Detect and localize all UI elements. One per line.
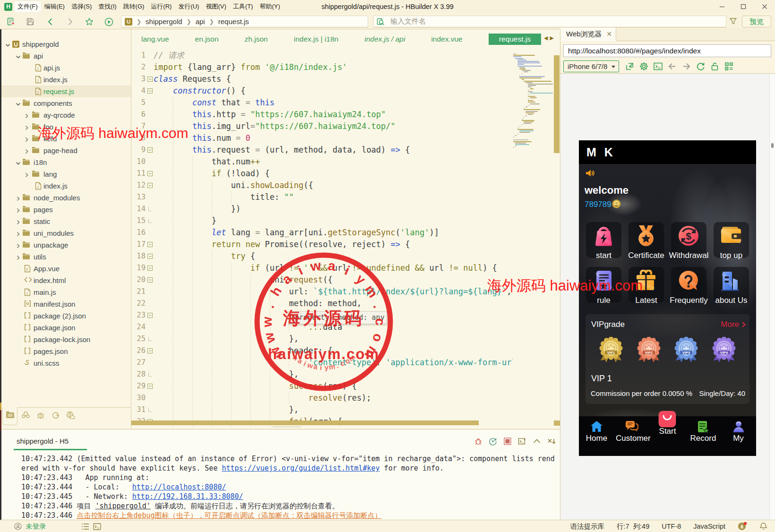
editor-tab-lang.vue[interactable]: lang.vue [141,35,169,43]
nav-item-record[interactable]: Record [688,420,719,443]
breadcrumb-folder[interactable]: api [196,17,205,26]
collapse-up-icon[interactable] [533,437,541,446]
tree-item-pages[interactable]: pages [1,204,131,215]
app-grid-about-us[interactable]: about Us [714,267,749,303]
console-link[interactable]: https://vuejs.org/guide/list.html#key [222,464,379,472]
chevron-right-icon[interactable] [24,147,30,153]
splitter-handle[interactable] [273,427,301,429]
tree-item-package.json[interactable]: package.json [1,322,131,334]
syntax-lib-label[interactable]: 语法提示库 [570,522,604,531]
chevron-right-icon[interactable] [16,230,21,236]
code-line-5[interactable]: const that = this [154,97,275,109]
console-terminal-icon[interactable] [653,61,663,71]
settings-gear-icon[interactable] [639,61,649,71]
editor-tab-index.vue[interactable]: index.vue [431,35,462,43]
code-line-12[interactable]: uni.showLoading({ [154,180,313,191]
vip-more-link[interactable]: More [721,320,745,329]
menu-item-8[interactable]: 视图(V) [202,0,229,13]
chevron-down-icon[interactable] [16,53,21,59]
nav-item-customer[interactable]: Customer [616,420,647,443]
editor-tab-request.js[interactable]: request.js [489,34,541,45]
editor-tab-en.json[interactable]: en.json [195,35,219,43]
tree-item-index.js[interactable]: Jindex.js [1,180,131,192]
fold-marker-icon[interactable]: − [147,183,153,188]
code-line-9[interactable]: this.request = (url, method, data, load)… [154,144,410,156]
tab-scroll-arrows[interactable]: ◀▶ [544,35,556,41]
web-panel-icon[interactable] [66,411,74,420]
open-external-icon[interactable] [625,61,635,71]
encoding-label[interactable]: UTF-8 [662,523,681,530]
tree-item-package--2-.json[interactable]: package (2).json [1,310,131,322]
fold-marker-icon[interactable]: − [147,171,153,176]
cursor-position[interactable]: 行:7 列:49 [617,522,649,531]
chevron-down-icon[interactable] [16,100,21,106]
tree-item-ay-qrcode[interactable]: ay-qrcode [1,109,131,121]
tree-item-api[interactable]: api [1,50,131,62]
tree-item-package-lock.json[interactable]: package-lock.json [1,334,131,345]
code-line-30[interactable]: resolve(res); [154,392,371,404]
menu-item-1[interactable]: 文件(F) [14,1,41,12]
tree-item-uni.scss[interactable]: uni.scss [1,357,131,369]
tree-item-unpackage[interactable]: unpackage [1,239,131,251]
fold-marker-icon[interactable]: − [147,77,153,82]
restart-icon[interactable] [489,437,497,446]
chevron-right-icon[interactable] [16,242,21,248]
update-download-icon[interactable] [738,522,747,531]
maximize-button[interactable] [732,0,754,13]
breadcrumb[interactable]: U ❯ shippergold ❯ api ❯ request.js [121,16,368,27]
tree-item-utils[interactable]: utils [1,251,131,263]
chevron-right-icon[interactable] [24,136,30,141]
code-line-3[interactable]: class Requests { [154,73,231,85]
clear-log-icon[interactable] [547,437,556,446]
menu-item-10[interactable]: 帮助(Y) [256,0,283,13]
chevron-down-icon[interactable] [5,41,11,47]
code-line-15[interactable]: } [154,215,216,227]
tree-item-pages.json[interactable]: pages.json [1,345,131,357]
editor-tab-index.js---api[interactable]: index.js / api [364,35,405,43]
chevron-right-icon[interactable] [24,112,30,118]
code-line-18[interactable]: try { [154,250,255,262]
nav-start-icon[interactable] [658,410,676,428]
fold-marker-icon[interactable]: − [147,348,153,353]
task-list-icon[interactable] [81,523,89,530]
code-line-16[interactable]: let lang = lang_arr[uni.getStorageSync('… [154,227,439,239]
device-selector[interactable]: iPhone 6/7/8 [563,60,619,72]
tree-item-index.js[interactable]: Jindex.js [1,74,131,86]
search-panel-icon[interactable] [21,411,30,420]
close-preview-icon[interactable]: ✕ [606,27,612,41]
app-grid-withdrawal[interactable]: $Withdrawal [671,222,706,258]
fold-marker-icon[interactable]: − [147,254,153,259]
file-search-input[interactable]: 输入文件名 [373,16,726,27]
breadcrumb-file[interactable]: request.js [218,17,249,26]
chevron-right-icon[interactable] [16,218,21,224]
fold-marker-icon[interactable]: − [147,277,153,283]
fold-marker-icon[interactable]: − [147,313,153,318]
code-line-17[interactable]: return new Promise((resolve, reject) => … [154,239,410,250]
code-line-6[interactable]: this.http = "https://607.haiwaiym24.top" [154,109,386,120]
preview-scrollbar-thumb[interactable] [771,143,774,148]
code-line-14[interactable]: }) [154,203,241,215]
terminal-icon[interactable] [93,523,101,530]
qrcode-icon[interactable] [724,61,734,71]
notification-bell-icon[interactable] [759,522,767,531]
chevron-right-icon[interactable] [16,206,21,212]
back-icon[interactable] [46,17,55,26]
fold-marker-icon[interactable]: − [147,242,153,247]
new-terminal-icon[interactable] [518,437,526,446]
announcement-speaker-icon[interactable] [585,169,595,178]
code-line-13[interactable]: title: "" [154,191,294,203]
tree-item-manifest.json[interactable]: manifest.json [1,298,131,310]
code-line-7[interactable]: this.img_url="https://607.haiwaiym24.top… [154,120,396,132]
code-line-11[interactable]: if (!load) { [154,168,270,180]
menu-item-2[interactable]: 编辑(E) [41,0,68,13]
url-input[interactable]: http://localhost:8080/#/pages/index/inde… [563,44,771,57]
fold-marker-icon[interactable]: − [147,266,153,271]
refresh-icon[interactable] [696,61,706,71]
fold-marker-icon[interactable]: − [147,384,153,389]
editor-tab-index.js---i18n[interactable]: index.js | i18n [294,35,339,43]
tree-item-lang[interactable]: lang [1,168,131,180]
nav-forward-icon[interactable] [681,61,691,71]
app-grid-frequently[interactable]: Frequently [671,267,706,303]
code-line-2[interactable]: import {lang_arr} from '@/i18n/index.js' [154,61,347,73]
save-icon[interactable] [26,17,34,26]
